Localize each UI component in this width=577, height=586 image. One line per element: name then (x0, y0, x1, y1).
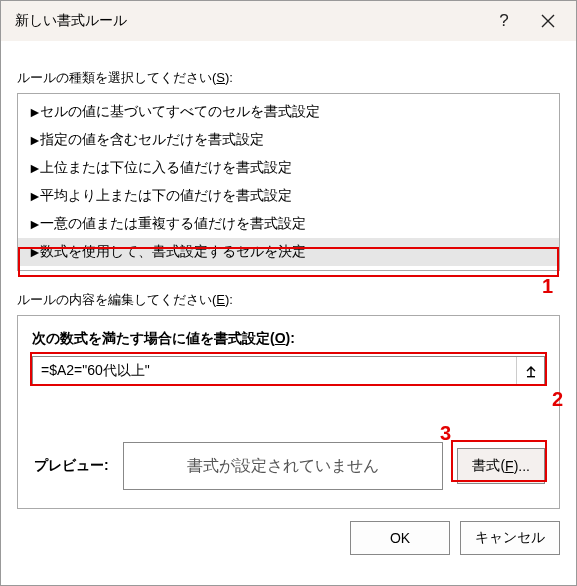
rule-type-item[interactable]: ►上位または下位に入る値だけを書式設定 (18, 154, 559, 182)
formula-label: 次の数式を満たす場合に値を書式設定(O): (32, 330, 545, 348)
bullet-icon: ► (28, 244, 40, 260)
close-button[interactable] (526, 1, 570, 41)
ok-button[interactable]: OK (350, 521, 450, 555)
bullet-icon: ► (28, 160, 40, 176)
format-button[interactable]: 書式(F)... (457, 448, 545, 484)
dialog-title: 新しい書式ルール (15, 12, 482, 30)
formula-input[interactable] (33, 357, 516, 385)
preview-row: プレビュー: 書式が設定されていません 書式(F)... (32, 442, 545, 490)
refedit-button[interactable] (516, 357, 544, 385)
preview-label: プレビュー: (32, 457, 109, 475)
bullet-icon: ► (28, 216, 40, 232)
svg-rect-0 (527, 376, 535, 377)
annotation-1: 1 (542, 275, 553, 298)
preview-text: 書式が設定されていません (187, 456, 379, 477)
bullet-icon: ► (28, 104, 40, 120)
rule-type-item[interactable]: ►一意の値または重複する値だけを書式設定 (18, 210, 559, 238)
bullet-icon: ► (28, 132, 40, 148)
dialog-content: ルールの種類を選択してください(S): ►セルの値に基づいてすべてのセルを書式設… (1, 41, 576, 567)
rule-type-item[interactable]: ►平均より上または下の値だけを書式設定 (18, 182, 559, 210)
rule-type-list[interactable]: ►セルの値に基づいてすべてのセルを書式設定 ►指定の値を含むセルだけを書式設定 … (17, 93, 560, 271)
edit-rule-desc-label: ルールの内容を編集してください(E): (17, 291, 560, 309)
select-rule-type-label: ルールの種類を選択してください(S): (17, 69, 560, 87)
rule-edit-box: 次の数式を満たす場合に値を書式設定(O): 2 プレビュー: 書式が設定されてい… (17, 315, 560, 509)
annotation-3: 3 (440, 422, 451, 445)
close-icon (541, 14, 555, 28)
cancel-button[interactable]: キャンセル (460, 521, 560, 555)
help-button[interactable]: ? (482, 1, 526, 41)
titlebar: 新しい書式ルール ? (1, 1, 576, 41)
help-icon: ? (499, 11, 508, 31)
bullet-icon: ► (28, 188, 40, 204)
rule-type-item[interactable]: ►指定の値を含むセルだけを書式設定 (18, 126, 559, 154)
refedit-icon (525, 364, 537, 378)
rule-type-item[interactable]: ►セルの値に基づいてすべてのセルを書式設定 (18, 98, 559, 126)
preview-box: 書式が設定されていません (123, 442, 444, 490)
rule-type-item-formula[interactable]: ►数式を使用して、書式設定するセルを決定 (18, 238, 559, 266)
annotation-2: 2 (552, 388, 563, 411)
formula-row (32, 356, 545, 386)
dialog-buttons: OK キャンセル (17, 521, 560, 555)
